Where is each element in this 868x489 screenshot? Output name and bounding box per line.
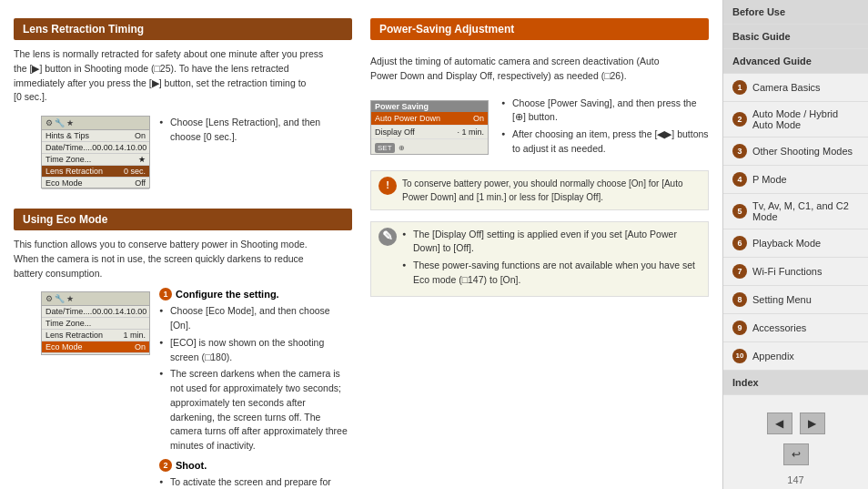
step1-number: 1 xyxy=(159,288,172,301)
ps-row-2: Display Off · 1 min. xyxy=(371,126,488,139)
sidebar-item-index[interactable]: Index xyxy=(723,371,868,395)
warning-icon: ! xyxy=(378,177,397,195)
step1-bullet1: Choose [Eco Mode], and then choose [On]. xyxy=(159,304,352,333)
step1-section: 1 Configure the setting. Choose [Eco Mod… xyxy=(159,288,352,453)
note-content: The [Display Off] setting is applied eve… xyxy=(402,228,701,290)
sidebar-label-6: Playback Mode xyxy=(752,238,821,249)
sidebar-item-wifi[interactable]: 7 Wi-Fi Functions xyxy=(723,258,868,286)
sidebar-num-10: 10 xyxy=(732,349,747,363)
sidebar-item-before-use[interactable]: Before Use xyxy=(723,0,868,25)
sidebar-label-8: Setting Menu xyxy=(752,294,812,305)
prev-button[interactable]: ◀ xyxy=(767,413,792,434)
power-saving-header: Power-Saving Adjustment xyxy=(370,18,709,40)
ps-row-1: Auto Power Down On xyxy=(371,112,488,126)
sidebar-item-tv-av[interactable]: 5 Tv, Av, M, C1, and C2 Mode xyxy=(723,194,868,229)
warning-box: ! To conserve battery power, you should … xyxy=(370,170,709,210)
lens-retraction-screen: ⚙🔧★ Hints & TipsOn Date/Time....00.00.14… xyxy=(41,116,150,188)
sidebar-item-setting-menu[interactable]: 8 Setting Menu xyxy=(723,286,868,314)
sidebar-label-3: Other Shooting Modes xyxy=(752,146,853,157)
sidebar-item-other-shooting[interactable]: 3 Other Shooting Modes xyxy=(723,138,868,166)
eco-mode-screen: ⚙🔧★ Date/Time....00.00.14.10.00 Time Zon… xyxy=(41,291,150,355)
note-bullet2: These power-saving functions are not ava… xyxy=(402,259,701,288)
left-column: Lens Retraction Timing The lens is norma… xyxy=(14,18,352,489)
sidebar-label-1: Camera Basics xyxy=(752,82,821,93)
sidebar-num-5: 5 xyxy=(732,204,747,219)
step2-label: Shoot. xyxy=(176,460,207,471)
sidebar-item-p-mode[interactable]: 4 P Mode xyxy=(723,166,868,194)
step1-bullet2: [ECO] is now shown on the shooting scree… xyxy=(159,336,352,365)
sidebar-num-3: 3 xyxy=(732,144,747,158)
sidebar-num-9: 9 xyxy=(732,321,747,335)
sidebar: Before Use Basic Guide Advanced Guide 1 … xyxy=(722,0,868,489)
sidebar-num-1: 1 xyxy=(732,80,747,95)
sidebar-item-accessories[interactable]: 9 Accessories xyxy=(723,314,868,342)
sidebar-item-basic-guide[interactable]: Basic Guide xyxy=(723,25,868,49)
step1-label: Configure the setting. xyxy=(176,289,279,300)
sidebar-item-appendix[interactable]: 10 Appendix xyxy=(723,342,868,371)
sidebar-item-playback[interactable]: 6 Playback Mode xyxy=(723,229,868,258)
sidebar-label-7: Wi-Fi Functions xyxy=(752,266,822,277)
warning-text: To conserve battery power, you should no… xyxy=(402,177,701,204)
ps-title: Power Saving xyxy=(371,101,488,112)
sidebar-label-2: Auto Mode / Hybrid Auto Mode xyxy=(752,108,859,130)
sidebar-num-4: 4 xyxy=(732,172,747,187)
sidebar-label-10: Appendix xyxy=(752,351,794,362)
power-saving-body: Adjust the timing of automatic camera an… xyxy=(370,55,709,84)
sidebar-num-6: 6 xyxy=(732,236,747,250)
page-number: 147 xyxy=(723,471,868,489)
eco-mode-body: This function allows you to conserve bat… xyxy=(14,238,352,280)
eco-mode-section: Using Eco Mode This function allows you … xyxy=(14,209,352,489)
note-bullet1: The [Display Off] setting is applied eve… xyxy=(402,228,701,257)
home-button[interactable]: ↩ xyxy=(783,443,809,465)
step2-number: 2 xyxy=(159,459,172,472)
lens-retraction-header: Lens Retraction Timing xyxy=(14,18,352,40)
eco-mode-header: Using Eco Mode xyxy=(14,209,352,230)
sidebar-num-7: 7 xyxy=(732,264,747,279)
lens-retraction-bullet: Choose [Lens Retraction], and then choos… xyxy=(159,116,352,145)
next-button[interactable]: ▶ xyxy=(800,413,825,434)
power-saving-screen: Power Saving Auto Power Down On Display … xyxy=(370,100,489,155)
info-icon: ✎ xyxy=(378,228,397,246)
sidebar-label-4: P Mode xyxy=(752,174,787,185)
lens-retraction-body: The lens is normally retracted for safet… xyxy=(14,47,352,105)
ps-bullet2: After choosing an item, press the [◀▶] b… xyxy=(501,127,709,157)
lens-retraction-section: Lens Retraction Timing The lens is norma… xyxy=(14,18,352,194)
sidebar-item-auto-mode[interactable]: 2 Auto Mode / Hybrid Auto Mode xyxy=(723,102,868,138)
step1-bullet3: The screen darkens when the camera is no… xyxy=(159,367,352,453)
ps-bullet1: Choose [Power Saving], and then press th… xyxy=(501,97,709,126)
nav-buttons: ◀ ▶ xyxy=(723,403,868,443)
step2-section: 2 Shoot. To activate the screen and prep… xyxy=(159,459,352,489)
step2-bullet1: To activate the screen and prepare for s… xyxy=(159,475,352,489)
sidebar-num-2: 2 xyxy=(732,112,747,127)
main-content: Lens Retraction Timing The lens is norma… xyxy=(0,0,722,489)
sidebar-num-8: 8 xyxy=(732,292,747,307)
sidebar-label-9: Accessories xyxy=(752,322,806,333)
right-column: Power-Saving Adjustment Adjust the timin… xyxy=(370,18,709,489)
note-box: ✎ The [Display Off] setting is applied e… xyxy=(370,221,709,297)
sidebar-item-advanced-guide[interactable]: Advanced Guide xyxy=(723,49,868,74)
sidebar-label-5: Tv, Av, M, C1, and C2 Mode xyxy=(752,200,859,222)
sidebar-item-camera-basics[interactable]: 1 Camera Basics xyxy=(723,74,868,102)
